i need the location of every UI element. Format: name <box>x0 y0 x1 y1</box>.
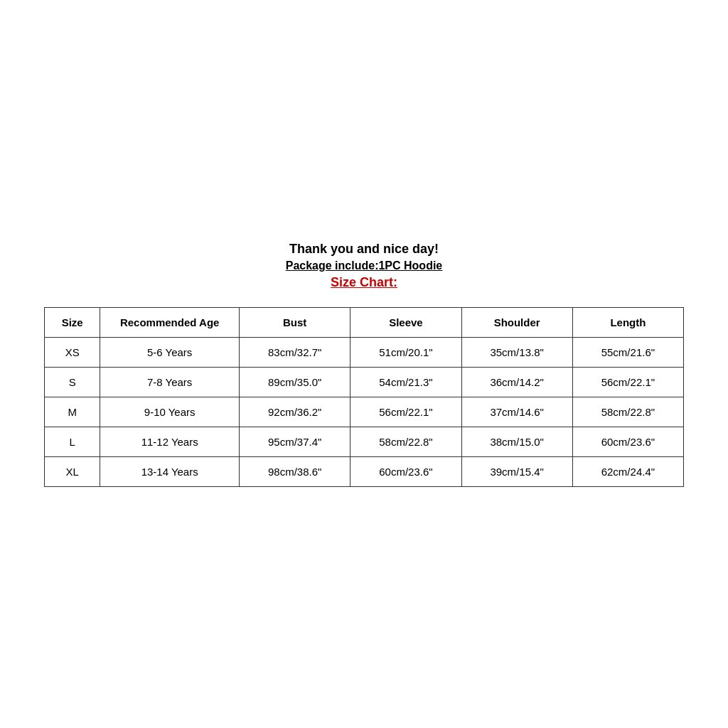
cell-bust: 83cm/32.7" <box>240 337 350 367</box>
table-row: L11-12 Years95cm/37.4"58cm/22.8"38cm/15.… <box>45 427 684 456</box>
cell-size: XS <box>45 337 100 367</box>
cell-age: 7-8 Years <box>100 367 240 397</box>
size-table: Size Recommended Age Bust Sleeve Shoulde… <box>44 307 684 487</box>
table-body: XS5-6 Years83cm/32.7"51cm/20.1"35cm/13.8… <box>45 337 684 486</box>
cell-shoulder: 35cm/13.8" <box>461 337 572 367</box>
col-header-length: Length <box>572 307 683 337</box>
col-header-bust: Bust <box>240 307 350 337</box>
cell-sleeve: 56cm/22.1" <box>350 397 461 427</box>
cell-sleeve: 60cm/23.6" <box>350 456 461 486</box>
table-header-row: Size Recommended Age Bust Sleeve Shoulde… <box>45 307 684 337</box>
cell-age: 11-12 Years <box>100 427 240 456</box>
package-include-text: Package include:1PC Hoodie <box>286 259 443 272</box>
cell-size: S <box>45 367 100 397</box>
cell-shoulder: 37cm/14.6" <box>461 397 572 427</box>
table-row: XS5-6 Years83cm/32.7"51cm/20.1"35cm/13.8… <box>45 337 684 367</box>
cell-age: 13-14 Years <box>100 456 240 486</box>
cell-sleeve: 54cm/21.3" <box>350 367 461 397</box>
cell-length: 58cm/22.8" <box>572 397 683 427</box>
table-row: XL13-14 Years98cm/38.6"60cm/23.6"39cm/15… <box>45 456 684 486</box>
cell-length: 60cm/23.6" <box>572 427 683 456</box>
cell-size: L <box>45 427 100 456</box>
page-container: Thank you and nice day! Package include:… <box>0 0 728 728</box>
size-chart-title: Size Chart: <box>286 275 443 290</box>
cell-age: 9-10 Years <box>100 397 240 427</box>
cell-sleeve: 51cm/20.1" <box>350 337 461 367</box>
cell-shoulder: 38cm/15.0" <box>461 427 572 456</box>
thank-you-text: Thank you and nice day! <box>286 242 443 257</box>
col-header-size: Size <box>45 307 100 337</box>
cell-sleeve: 58cm/22.8" <box>350 427 461 456</box>
cell-size: M <box>45 397 100 427</box>
col-header-shoulder: Shoulder <box>461 307 572 337</box>
cell-length: 55cm/21.6" <box>572 337 683 367</box>
cell-length: 62cm/24.4" <box>572 456 683 486</box>
header-section: Thank you and nice day! Package include:… <box>286 242 443 290</box>
col-header-sleeve: Sleeve <box>350 307 461 337</box>
table-row: S7-8 Years89cm/35.0"54cm/21.3"36cm/14.2"… <box>45 367 684 397</box>
cell-size: XL <box>45 456 100 486</box>
cell-bust: 95cm/37.4" <box>240 427 350 456</box>
cell-shoulder: 36cm/14.2" <box>461 367 572 397</box>
cell-bust: 89cm/35.0" <box>240 367 350 397</box>
table-row: M9-10 Years92cm/36.2"56cm/22.1"37cm/14.6… <box>45 397 684 427</box>
cell-bust: 92cm/36.2" <box>240 397 350 427</box>
cell-bust: 98cm/38.6" <box>240 456 350 486</box>
cell-length: 56cm/22.1" <box>572 367 683 397</box>
cell-shoulder: 39cm/15.4" <box>461 456 572 486</box>
col-header-age: Recommended Age <box>100 307 240 337</box>
cell-age: 5-6 Years <box>100 337 240 367</box>
